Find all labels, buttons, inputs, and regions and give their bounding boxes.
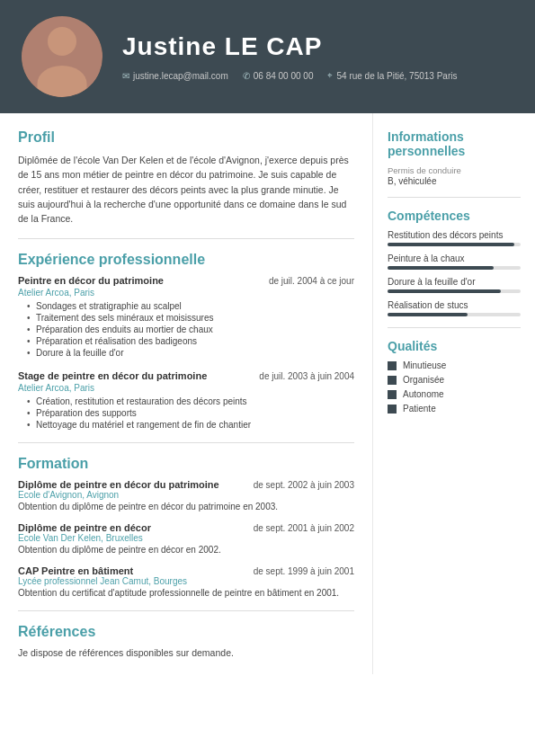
address-text: 54 rue de la Pitié, 75013 Paris [336, 71, 457, 81]
qualite-item-1: Minutieuse [388, 360, 521, 370]
profil-text: Diplômée de l'école Van Der Kelen et de … [18, 153, 354, 226]
exp-divider [18, 442, 354, 443]
form-desc-3: Obtention du certificat d'aptitude profe… [18, 588, 354, 598]
email-text: justine.lecap@mail.com [133, 71, 228, 81]
left-column: Profil Diplômée de l'école Van Der Kelen… [0, 113, 373, 674]
header-info: Justine LE CAP ✉ justine.lecap@mail.com … [122, 32, 513, 81]
exp-entry-1: Peintre en décor du patrimoine de juil. … [18, 275, 354, 358]
profil-title: Profil [18, 129, 354, 146]
list-item: Sondages et stratigraphie au scalpel [27, 301, 354, 311]
form-school-3: Lycée professionnel Jean Camut, Bourges [18, 576, 354, 586]
competence-bar-bg-3 [388, 289, 521, 293]
form-date-1: de sept. 2002 à juin 2003 [254, 480, 354, 490]
list-item: Création, restitution et restauration de… [27, 396, 354, 406]
exp-bullets-1: Sondages et stratigraphie au scalpel Tra… [18, 301, 354, 358]
email-contact: ✉ justine.lecap@mail.com [122, 70, 228, 81]
competence-bar-bg-2 [388, 266, 521, 270]
competences-title: Compétences [388, 209, 521, 223]
address-contact: ⌖ 54 rue de la Pitié, 75013 Paris [327, 70, 457, 81]
exp-title-2: Stage de peintre en décor du patrimoine [18, 370, 207, 381]
info-divider [388, 197, 521, 198]
exp-bullets-2: Création, restitution et restauration de… [18, 396, 354, 430]
form-header-2: Diplôme de peintre en décor de sept. 200… [18, 522, 354, 533]
profile-photo [22, 16, 103, 97]
competence-bar-fill-2 [388, 266, 494, 270]
references-text: Je dispose de références disponibles sur… [18, 647, 354, 658]
references-title: Références [18, 624, 354, 640]
form-title-1: Diplôme de peintre en décor du patrimoin… [18, 479, 219, 490]
list-item: Nettoyage du matériel et rangement de fi… [27, 420, 354, 430]
competence-bar-bg-1 [388, 243, 521, 246]
exp-title-1: Peintre en décor du patrimoine [18, 275, 164, 286]
qualite-icon-1 [388, 361, 397, 370]
qualite-label-1: Minutieuse [403, 360, 446, 370]
list-item: Préparation des supports [27, 408, 354, 418]
form-desc-1: Obtention du diplôme de peintre en décor… [18, 502, 354, 511]
qualite-icon-3 [388, 390, 397, 399]
exp-company-1: Atelier Arcoa, Paris [18, 288, 354, 298]
competence-bar-bg-4 [388, 313, 521, 316]
list-item: Traitement des sels minéraux et moisissu… [27, 313, 354, 323]
form-title-2: Diplôme de peintre en décor [18, 522, 151, 533]
phone-contact: ✆ 06 84 00 00 00 [243, 70, 314, 81]
qualite-icon-2 [388, 376, 397, 385]
competence-bar-fill-1 [388, 243, 514, 246]
form-header-1: Diplôme de peintre en décor du patrimoin… [18, 479, 354, 490]
competence-item-1: Restitution des décors peints [388, 230, 521, 246]
form-school-1: Ecole d'Avignon, Avignon [18, 490, 354, 500]
form-entry-3: CAP Peintre en bâtiment de sept. 1999 à … [18, 565, 354, 598]
form-school-2: Ecole Van Der Kelen, Bruxelles [18, 533, 354, 543]
exp-header-2: Stage de peintre en décor du patrimoine … [18, 370, 354, 381]
form-date-2: de sept. 2001 à juin 2002 [254, 523, 354, 533]
form-divider [18, 610, 354, 611]
competence-item-3: Dorure à la feuille d'or [388, 277, 521, 293]
competence-label-2: Peinture à la chaux [388, 253, 521, 263]
form-desc-2: Obtention du diplôme de peintre en décor… [18, 545, 354, 555]
form-entry-2: Diplôme de peintre en décor de sept. 200… [18, 522, 354, 555]
exp-company-2: Atelier Arcoa, Paris [18, 383, 354, 393]
form-entry-1: Diplôme de peintre en décor du patrimoin… [18, 479, 354, 511]
list-item: Dorure à la feuille d'or [27, 348, 354, 358]
list-item: Préparation et réalisation des badigeons [27, 336, 354, 346]
qualite-label-3: Autonome [403, 389, 444, 399]
location-icon: ⌖ [327, 70, 333, 81]
qualite-item-3: Autonome [388, 389, 521, 399]
competence-label-1: Restitution des décors peints [388, 230, 521, 240]
formation-title: Formation [18, 456, 354, 472]
qualites-title: Qualités [388, 339, 521, 353]
candidate-name: Justine LE CAP [122, 32, 513, 61]
form-date-3: de sept. 1999 à juin 2001 [254, 566, 354, 576]
competence-item-4: Réalisation de stucs [388, 300, 521, 316]
contact-list: ✉ justine.lecap@mail.com ✆ 06 84 00 00 0… [122, 70, 513, 81]
exp-date-2: de juil. 2003 à juin 2004 [259, 371, 354, 381]
exp-header-1: Peintre en décor du patrimoine de juil. … [18, 275, 354, 286]
header: Justine LE CAP ✉ justine.lecap@mail.com … [0, 0, 535, 113]
experience-title: Expérience professionnelle [18, 252, 354, 268]
profil-divider [18, 238, 354, 239]
exp-entry-2: Stage de peintre en décor du patrimoine … [18, 370, 354, 430]
competence-label-3: Dorure à la feuille d'or [388, 277, 521, 287]
qualite-item-2: Organisée [388, 375, 521, 385]
info-value: B, véhiculée [388, 176, 521, 186]
competence-label-4: Réalisation de stucs [388, 300, 521, 310]
informations-title: Informations personnelles [388, 129, 521, 158]
qualite-label-2: Organisée [403, 375, 444, 385]
competences-divider [388, 327, 521, 328]
competence-bar-fill-3 [388, 289, 501, 293]
qualite-icon-4 [388, 405, 397, 414]
email-icon: ✉ [122, 71, 129, 81]
form-title-3: CAP Peintre en bâtiment [18, 565, 133, 576]
form-header-3: CAP Peintre en bâtiment de sept. 1999 à … [18, 565, 354, 576]
exp-date-1: de juil. 2004 à ce jour [269, 276, 354, 286]
body: Profil Diplômée de l'école Van Der Kelen… [0, 113, 535, 674]
phone-icon: ✆ [243, 71, 250, 81]
list-item: Préparation des enduits au mortier de ch… [27, 325, 354, 334]
competence-item-2: Peinture à la chaux [388, 253, 521, 270]
phone-text: 06 84 00 00 00 [254, 71, 314, 81]
info-label: Permis de conduire [388, 165, 521, 175]
right-column: Informations personnelles Permis de cond… [373, 113, 535, 674]
qualite-item-4: Patiente [388, 404, 521, 414]
competence-bar-fill-4 [388, 313, 468, 316]
qualite-label-4: Patiente [403, 404, 436, 414]
